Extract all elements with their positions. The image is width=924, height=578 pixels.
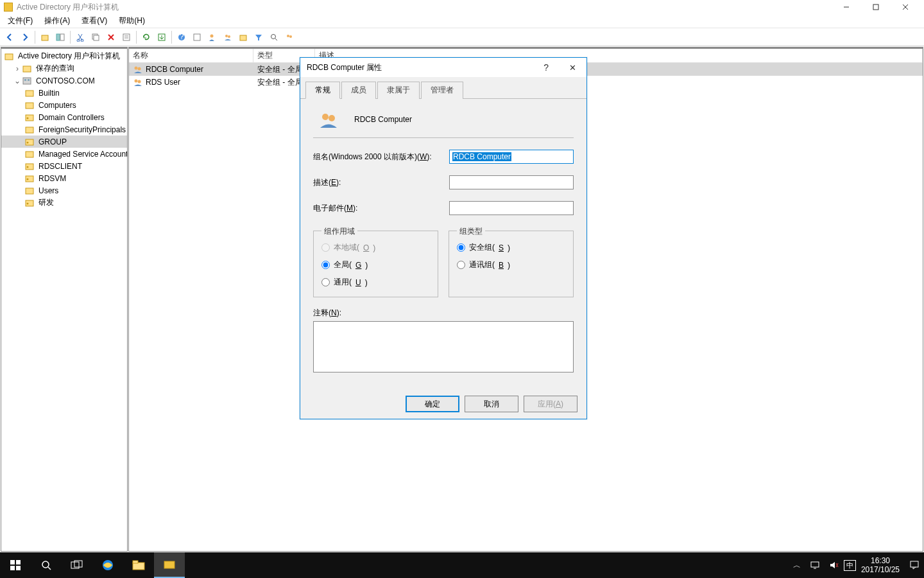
description-input[interactable] [449,175,574,189]
menu-help[interactable]: 帮助(H) [115,14,149,28]
notes-label: 注释(N): [313,308,574,319]
copy-button[interactable] [89,30,103,44]
svg-point-48 [135,67,138,70]
filter-button[interactable] [252,30,266,44]
window-maximize-button[interactable] [861,0,891,14]
help-button[interactable]: ? [175,30,189,44]
cut-button[interactable] [73,30,87,44]
tree-node-domain-controllers[interactable]: Domain Controllers [1,111,128,123]
notes-textarea[interactable] [313,321,574,372]
tray-action-center-icon[interactable] [905,560,924,570]
svg-point-21 [225,35,228,37]
email-input[interactable] [449,201,574,215]
back-button[interactable] [3,30,17,44]
taskbar-aduc[interactable] [154,552,185,578]
scope-global-radio[interactable] [321,261,330,269]
tree-pane[interactable]: Active Directory 用户和计算机 › 保存的查询 ⌄ CONTOS… [1,47,128,552]
tree-node-yanfa[interactable]: 研发 [1,197,128,209]
group-scope-legend: 组作用域 [321,226,357,237]
tree-node-fsp[interactable]: ForeignSecurityPrincipals [1,123,128,136]
tray-network-icon[interactable] [805,561,825,570]
tab-memberof[interactable]: 隶属于 [377,82,420,99]
taskbar-explorer[interactable] [123,552,154,578]
group-large-icon [318,110,339,128]
ou-icon [24,113,35,122]
tab-general[interactable]: 常规 [305,82,340,99]
scope-universal-option[interactable]: 通用(U) [321,277,430,288]
properties-dialog: RDCB Computer 属性 ? ✕ 常规 成员 隶属于 管理者 RDCB … [300,57,587,419]
tree-saved-queries[interactable]: › 保存的查询 [1,62,128,74]
dialog-title: RDCB Computer 属性 [307,62,382,73]
collapse-icon[interactable]: ⌄ [13,76,22,85]
svg-line-25 [275,39,277,40]
new-ou-button[interactable] [236,30,250,44]
svg-point-27 [289,35,292,38]
ok-button[interactable]: 确定 [406,396,459,412]
tray-clock[interactable]: 16:30 2017/10/25 [856,556,905,574]
dialog-help-button[interactable]: ? [540,61,552,74]
folder-icon [24,150,35,159]
type-distribution-radio[interactable] [457,261,465,269]
new-user-button[interactable] [205,30,219,44]
tab-managedby[interactable]: 管理者 [421,82,463,99]
tree-node-users[interactable]: Users [1,184,128,197]
svg-point-26 [287,35,289,37]
type-security-radio[interactable] [457,243,465,252]
svg-point-39 [27,141,29,143]
refresh-button[interactable] [139,30,153,44]
type-security-option[interactable]: 安全组(S) [457,242,565,253]
dialog-close-button[interactable]: ✕ [565,62,580,74]
scope-global-option[interactable]: 全局(G) [321,259,430,270]
task-view-button[interactable] [62,552,92,578]
export-list-button[interactable] [155,30,169,44]
tree-node-msa[interactable]: Managed Service Accounts [1,148,128,160]
cancel-button[interactable]: 取消 [465,396,518,412]
svg-point-24 [271,34,276,39]
window-close-button[interactable] [891,0,920,14]
group-icon [133,65,143,74]
scope-universal-radio[interactable] [321,278,330,286]
new-group-button[interactable] [221,30,235,44]
dialog-titlebar[interactable]: RDCB Computer 属性 ? ✕ [300,58,586,77]
properties-button[interactable] [119,30,133,44]
tray-chevron-icon[interactable]: ︿ [789,560,805,571]
col-name[interactable]: 名称 [129,49,253,62]
forward-button[interactable] [18,30,32,44]
type-distribution-option[interactable]: 通讯组(B) [457,259,565,270]
up-button[interactable] [38,30,52,44]
tree-node-computers[interactable]: Computers [1,99,128,111]
delete-button[interactable] [104,30,118,44]
group-icon [133,78,143,87]
menu-action[interactable]: 操作(A) [40,14,74,28]
group-scope-fieldset: 组作用域 本地域(O) 全局(G) 通用(U) [313,231,438,297]
svg-point-42 [27,166,29,168]
tree-node-builtin[interactable]: Builtin [1,87,128,99]
svg-point-50 [135,80,138,83]
show-hide-console-tree-button[interactable] [53,30,67,44]
tree-node-rdsvm[interactable]: RDSVM [1,172,128,184]
svg-rect-54 [10,560,15,565]
search-taskbar-button[interactable] [31,552,62,578]
window-minimize-button[interactable] [832,0,861,14]
expand-icon[interactable]: › [13,64,22,73]
svg-rect-5 [56,34,60,40]
tab-members[interactable]: 成员 [341,82,376,99]
find-button[interactable] [190,30,204,44]
tree-node-group[interactable]: GROUP [1,136,128,148]
tree-domain[interactable]: ⌄ CONTOSO.COM [1,74,128,87]
search-button[interactable] [267,30,281,44]
menu-file[interactable]: 文件(F) [4,14,37,28]
menu-view[interactable]: 查看(V) [78,14,111,28]
start-button[interactable] [0,552,31,578]
group-name-input[interactable]: RDCB Computer [449,150,574,164]
ou-icon [24,162,35,171]
add-to-group-button[interactable] [282,30,296,44]
svg-rect-45 [26,188,33,194]
tray-volume-icon[interactable] [825,561,844,570]
tree-node-rdsclient[interactable]: RDSCLIENT [1,160,128,172]
tray-ime[interactable]: 中 [844,560,856,571]
tree-root[interactable]: Active Directory 用户和计算机 [1,50,128,62]
svg-point-44 [27,178,29,180]
taskbar-ie[interactable] [92,552,123,578]
svg-rect-4 [42,35,48,40]
